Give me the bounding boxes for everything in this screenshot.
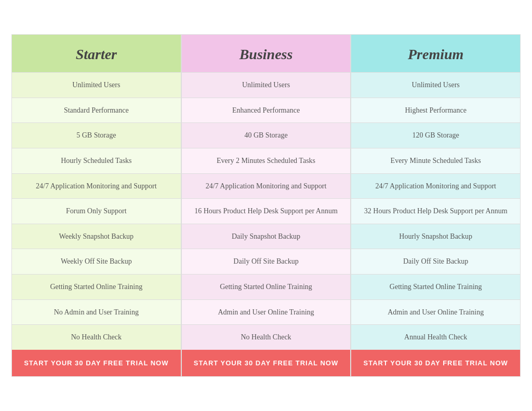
plan-column-starter: StarterUnlimited UsersStandard Performan…: [12, 35, 181, 376]
plan-header-starter: Starter: [12, 35, 181, 72]
feature-row-business-3: Every 2 Minutes Scheduled Tasks: [182, 148, 351, 173]
feature-row-starter-10: No Health Check: [12, 324, 181, 350]
feature-row-premium-3: Every Minute Scheduled Tasks: [351, 148, 520, 173]
feature-row-premium-1: Highest Performance: [351, 98, 520, 123]
feature-row-business-2: 40 GB Storage: [182, 122, 351, 148]
feature-row-business-0: Unlimited Users: [182, 72, 351, 98]
feature-row-starter-1: Standard Performance: [12, 98, 181, 123]
feature-row-business-5: 16 Hours Product Help Desk Support per A…: [182, 198, 351, 224]
feature-row-business-9: Admin and User Online Training: [182, 299, 351, 325]
feature-row-premium-5: 32 Hours Product Help Desk Support per A…: [351, 198, 520, 224]
feature-row-business-7: Daily Off Site Backup: [182, 249, 351, 274]
feature-row-business-8: Getting Started Online Training: [182, 274, 351, 299]
feature-row-starter-7: Weekly Off Site Backup: [12, 249, 181, 274]
plan-title-business: Business: [187, 46, 345, 63]
feature-row-starter-9: No Admin and User Training: [12, 299, 181, 325]
feature-row-premium-6: Hourly Snapshot Backup: [351, 224, 520, 249]
feature-row-starter-2: 5 GB Storage: [12, 122, 181, 148]
feature-row-premium-4: 24/7 Application Monitoring and Support: [351, 173, 520, 199]
plan-title-starter: Starter: [17, 46, 176, 63]
feature-row-premium-10: Annual Health Check: [351, 324, 520, 350]
feature-row-business-1: Enhanced Performance: [182, 98, 351, 123]
cta-button-business[interactable]: START YOUR 30 DAY FREE TRIAL NOW: [182, 350, 351, 376]
plan-column-premium: PremiumUnlimited UsersHighest Performanc…: [351, 35, 520, 376]
feature-row-starter-3: Hourly Scheduled Tasks: [12, 148, 181, 173]
feature-row-premium-2: 120 GB Storage: [351, 122, 520, 148]
feature-row-starter-0: Unlimited Users: [12, 72, 181, 98]
cta-button-starter[interactable]: START YOUR 30 DAY FREE TRIAL NOW: [12, 350, 181, 376]
feature-row-business-6: Daily Snapshot Backup: [182, 224, 351, 249]
plan-header-business: Business: [182, 35, 351, 72]
feature-row-premium-9: Admin and User Online Training: [351, 299, 520, 325]
feature-row-starter-4: 24/7 Application Monitoring and Support: [12, 173, 181, 199]
plan-column-business: BusinessUnlimited UsersEnhanced Performa…: [182, 35, 351, 376]
feature-row-premium-0: Unlimited Users: [351, 72, 520, 98]
feature-row-premium-7: Daily Off Site Backup: [351, 249, 520, 274]
feature-row-premium-8: Getting Started Online Training: [351, 274, 520, 299]
feature-row-starter-6: Weekly Snapshot Backup: [12, 224, 181, 249]
feature-row-starter-5: Forum Only Support: [12, 198, 181, 224]
pricing-table: StarterUnlimited UsersStandard Performan…: [11, 34, 521, 377]
feature-row-starter-8: Getting Started Online Training: [12, 274, 181, 299]
feature-row-business-10: No Health Check: [182, 324, 351, 350]
plan-title-premium: Premium: [356, 46, 515, 63]
cta-button-premium[interactable]: START YOUR 30 DAY FREE TRIAL NOW: [351, 350, 520, 376]
plan-header-premium: Premium: [351, 35, 520, 72]
feature-row-business-4: 24/7 Application Monitoring and Support: [182, 173, 351, 199]
